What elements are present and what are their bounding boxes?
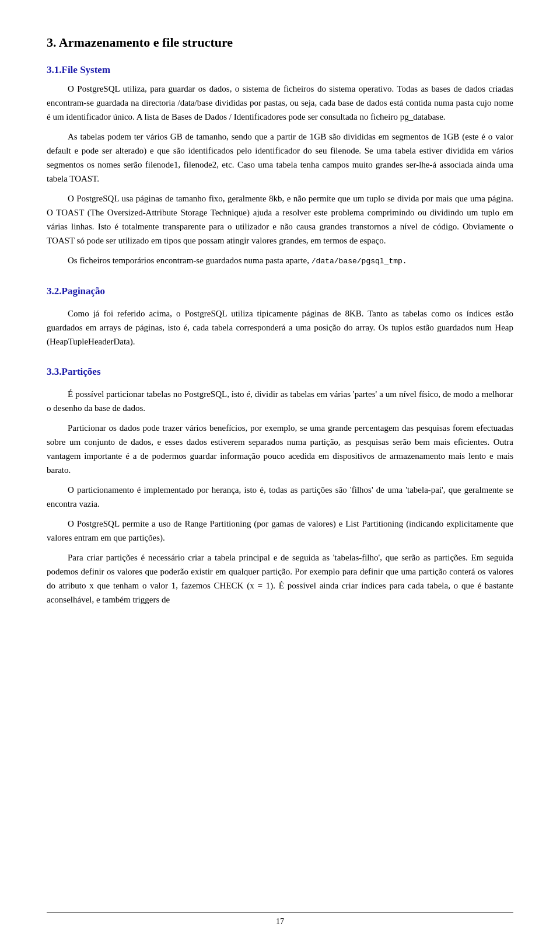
section-3-1-title: 3.1.File System <box>47 64 513 76</box>
section-3-1-para-3: O PostgreSQL usa páginas de tamanho fixo… <box>47 191 513 248</box>
section-3-1-para-1: O PostgreSQL utiliza, para guardar os da… <box>47 82 513 124</box>
section-3-3-para-4: O PostgreSQL permite a uso de Range Part… <box>47 517 513 545</box>
chapter-title: 3. Armazenamento e file structure <box>47 35 513 50</box>
page-container: 3. Armazenamento e file structure 3.1.Fi… <box>0 0 560 944</box>
section-3-3-para-3: O particionamento é implementado por her… <box>47 483 513 511</box>
page-number: 17 <box>276 917 284 926</box>
section-3-3-para-5: Para criar partições é necessário criar … <box>47 551 513 607</box>
section-3-3-title: 3.3.Partições <box>47 366 513 378</box>
code-path: /data/base/pgsql_tmp. <box>312 257 407 266</box>
section-3-2-para-1: Como já foi referido acima, o PostgreSQL… <box>47 306 513 349</box>
section-3-3-para-2: Particionar os dados pode trazer vários … <box>47 421 513 477</box>
section-3-1-para-4: Os ficheiros temporários encontram-se gu… <box>47 253 513 268</box>
section-3-2-title: 3.2.Paginação <box>47 285 513 297</box>
section-3-3-para-1: É possível particionar tabelas no Postgr… <box>47 387 513 415</box>
section-3-1-para-2: As tabelas podem ter vários GB de tamanh… <box>47 130 513 186</box>
page-footer: 17 <box>47 912 513 926</box>
